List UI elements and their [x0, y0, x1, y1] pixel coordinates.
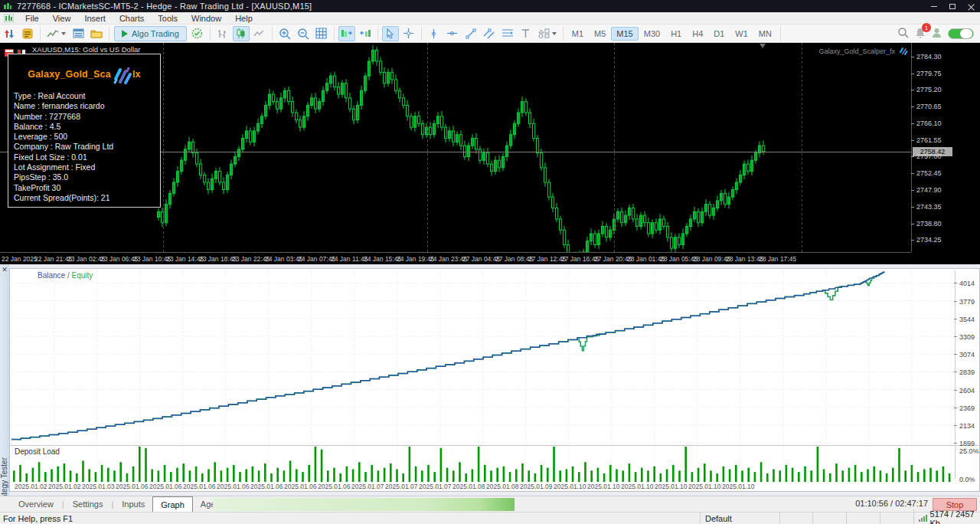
trendline-icon[interactable] [462, 26, 479, 41]
timeframe-mn[interactable]: MN [753, 27, 777, 41]
ea-info-line: Balance : 4.5 [14, 122, 160, 132]
test-progress-bar [213, 498, 514, 511]
menu-item-charts[interactable]: Charts [113, 13, 151, 24]
equidistant-channel-icon[interactable] [481, 26, 498, 41]
deposit-date-label: 2025.01.06 [217, 483, 250, 490]
deposit-date-label: 2025.01.10 [655, 483, 688, 490]
ea-name-label: Galaxy_Gold_Scalper_fx [802, 46, 908, 56]
deposit-date-label: 2025.01.07 [419, 483, 452, 490]
ea-info-panel: Galaxy_Gold_Sca lx Type : Real AccountNa… [8, 54, 161, 208]
time-axis-label: 27 Jan 20:45 [594, 255, 632, 263]
bars-chart-icon[interactable] [214, 26, 231, 41]
deposit-date-label: 2025.01.07 [351, 483, 384, 490]
line-chart-icon[interactable] [251, 26, 268, 41]
timeframe-m15[interactable]: M15 [611, 27, 638, 41]
symbol-label: XAUUSD,M15: Gold vs US Dollar [32, 45, 140, 54]
shapes-icon[interactable] [536, 26, 559, 41]
deposit-axis-max: 25.0% [959, 447, 979, 455]
deposit-date-label: 2025.01.08 [452, 483, 485, 490]
balance-axis-label: 3544 [959, 316, 975, 323]
balance-axis-label: 1899 [959, 440, 975, 447]
crosshair-icon[interactable] [400, 26, 417, 41]
chart-plot[interactable]: XAUUSD,M15: Gold vs US Dollar Galaxy_Gol… [0, 43, 911, 252]
timeframe-m30[interactable]: M30 [639, 27, 665, 41]
minimize-button[interactable] [925, 0, 943, 12]
one-click-trading-icon[interactable] [5, 46, 14, 54]
chevron-down-icon [552, 32, 557, 35]
tile-windows-icon[interactable] [70, 26, 87, 41]
menu-item-window[interactable]: Window [185, 13, 228, 24]
vertical-line-icon[interactable] [426, 26, 443, 41]
deposit-date-label: 2025.01.10 [554, 483, 586, 490]
community-icon[interactable] [932, 28, 942, 40]
depth-of-market-icon[interactable] [17, 46, 26, 54]
tab-inputs[interactable]: Inputs [114, 497, 152, 512]
notifications-icon[interactable]: 1 [915, 27, 926, 40]
chart-document-icon [4, 14, 14, 22]
horizontal-line-icon[interactable] [444, 26, 461, 41]
status-cell [812, 513, 846, 524]
menu-items: FileViewInsertChartsToolsWindowHelp [18, 13, 260, 24]
menu-item-insert[interactable]: Insert [77, 13, 113, 24]
market-watch-icon[interactable] [19, 26, 36, 41]
ea-panel-logo-icon [109, 62, 134, 87]
ea-info-line: Fixed Lot Size : 0.01 [14, 152, 160, 162]
axis-tick [954, 319, 957, 319]
axis-tick [954, 390, 957, 391]
menu-item-tools[interactable]: Tools [151, 13, 185, 24]
menu-item-help[interactable]: Help [228, 13, 260, 24]
timeframe-w1[interactable]: W1 [730, 27, 753, 41]
timeframe-d1[interactable]: D1 [708, 27, 730, 41]
tab-overview[interactable]: Overview [11, 497, 61, 512]
zoom-out-icon[interactable] [295, 26, 312, 41]
indicator-list-icon[interactable] [357, 26, 374, 41]
cursor-icon[interactable] [382, 26, 399, 41]
time-axis[interactable]: 22 Jan 202522 Jan 21:4523 Jan 02:4523 Ja… [0, 252, 911, 264]
maximize-button[interactable] [943, 0, 962, 12]
tab-settings[interactable]: Settings [65, 497, 111, 512]
timeframe-h4[interactable]: H4 [687, 27, 708, 41]
equity-legend: Equity [71, 271, 93, 280]
close-button[interactable] [962, 0, 980, 12]
connection-toggle[interactable] [948, 28, 974, 39]
search-icon[interactable] [897, 27, 909, 40]
tester-close-icon[interactable]: ✕ [1, 266, 8, 273]
deposit-date-label: 2025.01.09 [520, 483, 553, 490]
time-axis-label: 23 Jan 10:45 [133, 255, 171, 263]
time-axis-label: 27 Jan 12:45 [528, 255, 566, 263]
tab-graph[interactable]: Graph [152, 496, 193, 513]
title-bar: 7277668 - ICMarketsSC-MT5-2 - Hedge - Ra… [0, 0, 980, 12]
new-chart-icon[interactable] [44, 26, 68, 41]
ea-wizard-icon[interactable] [189, 26, 206, 41]
axis-tick [954, 425, 957, 426]
new-order-icon[interactable] [1, 26, 18, 41]
timeframe-m1[interactable]: M1 [567, 27, 589, 41]
algo-trading-button[interactable]: Algo Trading [114, 26, 187, 41]
price-axis-label: 2784.30 [916, 53, 942, 61]
axis-tick [954, 354, 957, 355]
indicator-window-icon[interactable] [338, 26, 355, 41]
deposit-axis-min: 0.0% [959, 476, 975, 483]
menu-item-view[interactable]: View [46, 13, 78, 24]
fibonacci-icon[interactable] [499, 26, 516, 41]
deposit-load-chart [11, 447, 955, 482]
menu-item-file[interactable]: File [18, 13, 46, 24]
ea-panel-title-suffix: lx [132, 69, 141, 80]
zoom-in-icon[interactable] [276, 26, 293, 41]
time-axis-label: 28 Jan 01:45 [627, 255, 665, 263]
ea-info-line: Lot Assignment : Fixed [14, 162, 160, 172]
grid-icon[interactable] [313, 26, 330, 41]
time-axis-label: 27 Jan 08:45 [495, 255, 533, 263]
timeframe-m5[interactable]: M5 [589, 27, 611, 41]
candlestick-chart-icon[interactable] [233, 26, 250, 41]
open-folder-icon[interactable] [88, 26, 105, 41]
balance-axis-label: 2134 [959, 422, 975, 430]
price-axis[interactable]: 2758.42 2784.302779.752775.202770.652766… [911, 43, 980, 252]
price-axis-label: 2752.45 [916, 169, 942, 177]
text-icon[interactable] [518, 26, 534, 41]
status-profile[interactable]: Default [700, 513, 779, 524]
balance-equity-chart [11, 270, 955, 444]
toolbar: Algo Trading [0, 25, 980, 43]
ea-info-line: Number : 7277668 [14, 112, 160, 122]
timeframe-h1[interactable]: H1 [665, 27, 687, 41]
